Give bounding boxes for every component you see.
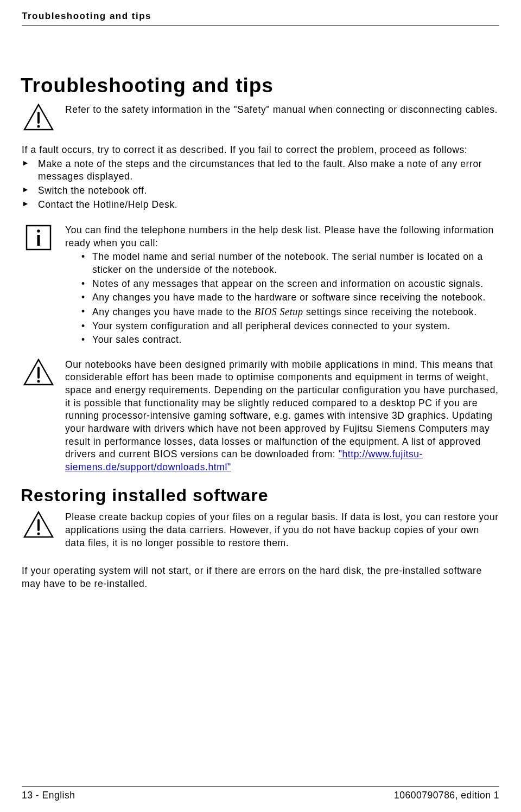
- svg-point-8: [37, 380, 40, 382]
- warning-icon: [22, 511, 55, 538]
- info-item-pre: Any changes you have made to the: [92, 306, 255, 317]
- info-lead: You can find the telephone numbers in th…: [65, 224, 499, 250]
- info-icon: [22, 224, 55, 251]
- warning-text-safety: Refer to the safety information in the "…: [65, 104, 499, 117]
- warning-block-safety: Refer to the safety information in the "…: [22, 104, 499, 131]
- info-item: Notes of any messages that appear on the…: [81, 278, 499, 291]
- procedure-item: Switch the notebook off.: [22, 184, 499, 197]
- info-item: The model name and serial number of the …: [81, 251, 499, 276]
- warning-block-backup: Please create backup copies of your file…: [22, 511, 499, 549]
- svg-point-11: [37, 533, 40, 535]
- svg-point-2: [37, 125, 40, 128]
- info-item: Any changes you have made to the hardwar…: [81, 291, 499, 304]
- info-item: Any changes you have made to the BIOS Se…: [81, 305, 499, 319]
- info-block: You can find the telephone numbers in th…: [22, 224, 499, 348]
- procedure-list: Make a note of the steps and the circums…: [22, 158, 499, 212]
- drivers-para-text: Our notebooks have been designed primari…: [65, 359, 498, 459]
- info-item-post: settings since receiving the notebook.: [303, 306, 477, 317]
- page-title: Troubleshooting and tips: [21, 74, 499, 97]
- page-footer: 13 - English 10600790786, edition 1: [22, 786, 499, 801]
- warning-icon: [22, 104, 55, 131]
- svg-point-4: [37, 229, 40, 233]
- warning-text-backup: Please create backup copies of your file…: [65, 511, 499, 549]
- footer-left: 13 - English: [22, 790, 75, 801]
- warning-icon: [22, 359, 55, 386]
- warning-block-drivers: Our notebooks have been designed primari…: [22, 359, 499, 474]
- info-list: The model name and serial number of the …: [81, 251, 499, 346]
- footer-right: 10600790786, edition 1: [394, 790, 499, 801]
- restore-note: If your operating system will not start,…: [22, 565, 499, 590]
- procedure-item: Contact the Hotline/Help Desk.: [22, 199, 499, 212]
- intro-block: If a fault occurs, try to correct it as …: [22, 144, 499, 211]
- procedure-item: Make a note of the steps and the circums…: [22, 158, 499, 183]
- info-item: Your system configuration and all periph…: [81, 320, 499, 333]
- bios-setup-term: BIOS Setup: [255, 306, 303, 317]
- running-header: Troubleshooting and tips: [22, 0, 499, 25]
- warning-text-drivers: Our notebooks have been designed primari…: [65, 359, 499, 474]
- intro-para: If a fault occurs, try to correct it as …: [22, 144, 499, 157]
- section-title-restoring: Restoring installed software: [21, 485, 499, 506]
- info-item: Your sales contract.: [81, 334, 499, 347]
